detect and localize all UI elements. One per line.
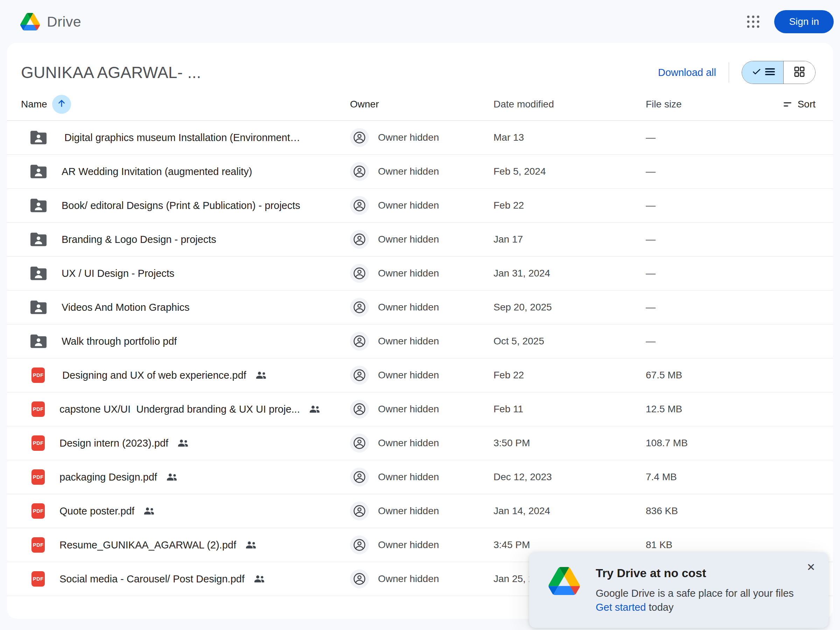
owner-label: Owner hidden <box>378 302 439 313</box>
table-row[interactable]: Book/ editoral Designs (Print & Publicat… <box>7 189 833 223</box>
name-cell: PDF capstone UX/UI Undergrad branding & … <box>21 401 350 417</box>
owner-label: Owner hidden <box>378 369 439 381</box>
table-row[interactable]: PDF packaging Design.pdf Owner hidden <box>7 460 833 494</box>
owner-cell: Owner hidden <box>350 366 494 385</box>
row-size: — <box>646 166 655 177</box>
sign-in-button[interactable]: Sign in <box>774 10 834 33</box>
date-cell: Feb 11 <box>494 404 646 415</box>
date-cell: Jan 31, 2024 <box>494 268 646 279</box>
name-cell: Book/ editoral Designs (Print & Publicat… <box>21 199 350 212</box>
row-date: 3:50 PM <box>494 437 530 449</box>
row-size: 7.4 MB <box>646 471 677 483</box>
owner-avatar-icon <box>350 502 369 521</box>
owner-label: Owner hidden <box>378 132 439 143</box>
content-card: GUNIKAA AGARWAL- ... Download all <box>7 43 833 619</box>
pdf-icon: PDF <box>32 401 45 417</box>
row-size: — <box>646 234 655 245</box>
pdf-icon: PDF <box>32 469 45 485</box>
arrow-up-icon <box>57 99 66 110</box>
date-cell: Oct 5, 2025 <box>494 336 646 347</box>
grid-view-icon <box>794 66 805 78</box>
toast-title: Try Drive at no cost <box>596 566 794 580</box>
page-title: GUNIKAA AGARWAL- ... <box>21 63 201 82</box>
owner-cell: Owner hidden <box>350 570 494 588</box>
close-icon[interactable]: ✕ <box>803 559 819 575</box>
sort-button[interactable]: Sort <box>772 99 815 110</box>
name-cell: PDF Designing and UX of web experience.p… <box>21 368 350 383</box>
drive-logo-icon <box>20 13 40 30</box>
row-date: 3:45 PM <box>494 539 530 551</box>
owner-cell: Owner hidden <box>350 162 494 181</box>
table-row[interactable]: Walk through portfolio pdf Owner hidden … <box>7 324 833 358</box>
check-icon <box>753 68 761 77</box>
top-bar: Drive Sign in <box>0 0 840 43</box>
size-cell: — <box>646 234 772 245</box>
row-size: 12.5 MB <box>646 404 682 415</box>
owner-avatar-icon <box>350 332 369 351</box>
size-cell: 7.4 MB <box>646 471 772 483</box>
date-cell: Sep 20, 2025 <box>494 302 646 313</box>
file-name: Book/ editoral Designs (Print & Publicat… <box>62 200 300 212</box>
google-apps-grid-icon[interactable] <box>742 11 764 33</box>
download-all-link[interactable]: Download all <box>658 67 716 78</box>
row-size: 67.5 MB <box>646 369 682 381</box>
pdf-icon: PDF <box>32 436 45 451</box>
name-cell: PDF packaging Design.pdf <box>21 469 350 485</box>
table-row[interactable]: PDF Designing and UX of web experience.p… <box>7 358 833 392</box>
size-cell: 836 KB <box>646 505 772 516</box>
pdf-icon: PDF <box>32 537 45 553</box>
name-cell: PDF Quote poster.pdf <box>21 503 350 519</box>
owner-cell: Owner hidden <box>350 264 494 283</box>
pdf-icon: PDF <box>32 503 45 519</box>
shared-folder-icon <box>30 164 47 178</box>
owner-label: Owner hidden <box>378 539 439 551</box>
name-cell: Digital graphics museum Installation (En… <box>21 131 350 145</box>
name-cell: UX / UI Design - Projects <box>21 266 350 280</box>
file-name: Resume_GUNIKAA_AGARWAL (2).pdf <box>60 539 236 551</box>
name-cell: Branding & Logo Design - projects <box>21 232 350 246</box>
owner-avatar-icon <box>350 230 369 249</box>
shared-people-icon <box>256 371 267 379</box>
file-name: UX / UI Design - Projects <box>62 268 174 279</box>
size-cell: 67.5 MB <box>646 369 772 381</box>
shared-people-icon <box>245 541 257 549</box>
row-size: — <box>646 268 655 279</box>
date-cell: Feb 22 <box>494 200 646 211</box>
table-row[interactable]: PDF Quote poster.pdf Owner hidden <box>7 494 833 528</box>
owner-cell: Owner hidden <box>350 535 494 554</box>
name-cell: PDF Design intern (2023).pdf <box>21 436 350 451</box>
owner-cell: Owner hidden <box>350 467 494 486</box>
table-row[interactable]: PDF Design intern (2023).pdf Owner hi <box>7 426 833 460</box>
get-started-link[interactable]: Get started <box>596 602 646 613</box>
date-cell: Jan 17 <box>494 234 646 245</box>
table-row[interactable]: AR Wedding Invitation (augmented reality… <box>7 155 833 189</box>
owner-label: Owner hidden <box>378 234 439 245</box>
shared-people-icon <box>254 575 266 583</box>
size-cell: 108.7 MB <box>646 437 772 449</box>
shared-folder-icon <box>30 232 47 246</box>
list-view-toggle[interactable] <box>742 61 784 84</box>
file-name: Walk through portfolio pdf <box>62 336 177 347</box>
owner-avatar-icon <box>350 128 369 147</box>
shared-people-icon <box>177 439 189 447</box>
table-header: Name Owner Date modified File size Sort <box>7 88 833 121</box>
table-row[interactable]: Videos And Motion Graphics Owner hidden … <box>7 291 833 324</box>
drive-logo-link[interactable]: Drive <box>20 13 81 30</box>
grid-view-toggle[interactable] <box>784 61 815 84</box>
table-row[interactable]: Branding & Logo Design - projects Owner … <box>7 223 833 257</box>
table-row[interactable]: Digital graphics museum Installation (En… <box>7 121 833 155</box>
pdf-icon: PDF <box>32 571 45 587</box>
date-cell: 3:50 PM <box>494 437 646 449</box>
shared-folder-icon <box>30 266 47 280</box>
owner-cell: Owner hidden <box>350 196 494 215</box>
name-column-sort-button[interactable]: Name <box>21 95 71 114</box>
owner-avatar-icon <box>350 570 369 588</box>
row-date: Feb 5, 2024 <box>494 166 546 177</box>
owner-avatar-icon <box>350 434 369 453</box>
owner-cell: Owner hidden <box>350 230 494 249</box>
size-cell: — <box>646 166 772 177</box>
sort-lines-icon <box>784 99 792 110</box>
table-row[interactable]: UX / UI Design - Projects Owner hidden J… <box>7 257 833 291</box>
toast-body-text: Google Drive is a safe place for all you… <box>596 587 794 599</box>
table-row[interactable]: PDF capstone UX/UI Undergrad branding & … <box>7 392 833 426</box>
